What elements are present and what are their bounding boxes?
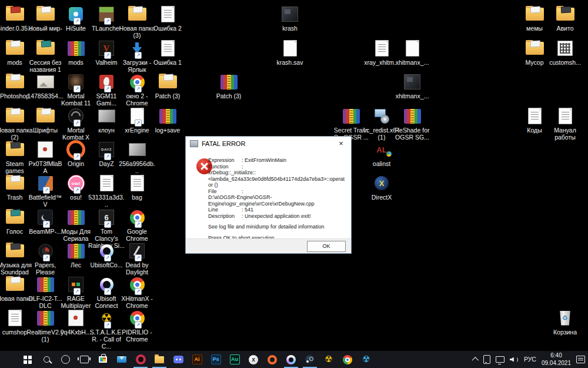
desktop-icon[interactable]: bag bbox=[119, 174, 155, 201]
folder-icon bbox=[127, 5, 147, 24]
file-icon bbox=[402, 39, 422, 58]
folder-icon bbox=[158, 72, 178, 91]
origin-icon bbox=[268, 355, 277, 364]
folder-glyph bbox=[128, 8, 146, 21]
rar-glyph bbox=[68, 41, 85, 56]
img-grey-glyph bbox=[98, 110, 115, 122]
shortcut-arrow-icon: → bbox=[104, 85, 111, 92]
message-value: : bbox=[242, 164, 345, 170]
desktop-icon[interactable]: Ошибка 2 bbox=[149, 5, 186, 32]
desktop-icon[interactable]: xhitmanx_... bbox=[394, 39, 430, 67]
taskbar-stalker-yellow-button[interactable]: ☢ bbox=[321, 351, 336, 368]
language-indicator[interactable]: РУС bbox=[524, 356, 536, 363]
taskbar-xbox-button[interactable]: x bbox=[246, 351, 261, 368]
rar-glyph bbox=[343, 109, 360, 124]
taskbar-mail-button[interactable] bbox=[114, 351, 129, 368]
tray-device-button[interactable] bbox=[483, 355, 490, 364]
txt-glyph bbox=[375, 40, 389, 57]
taskbar-stalker-blue-button[interactable]: ☢ bbox=[359, 351, 374, 368]
desktop-icon-label: Шрифты bbox=[33, 127, 58, 134]
taskbar-search-button[interactable] bbox=[39, 351, 54, 368]
desktop-icon-label: krash.sav bbox=[277, 59, 303, 67]
rar-glyph bbox=[404, 109, 421, 124]
message-label: Description bbox=[208, 213, 242, 220]
taskbar-discord-button[interactable] bbox=[171, 351, 186, 368]
desktop-icon-label: Ошибка 2 bbox=[153, 25, 182, 32]
taskbar-illustrator-button[interactable]: Ai bbox=[189, 351, 205, 368]
desktop-icon[interactable]: XDirectX bbox=[363, 174, 400, 201]
taskbar-cortana-button[interactable] bbox=[58, 351, 73, 368]
txt-icon bbox=[127, 174, 147, 193]
shortcut-arrow-icon: → bbox=[135, 254, 142, 261]
taskbar-opera-gx-button[interactable] bbox=[133, 351, 148, 368]
message-row: Line: 541 bbox=[208, 207, 345, 213]
desktop-icon[interactable]: ♻Корзина bbox=[547, 309, 583, 336]
desktop-icon[interactable]: xhitmanx_... bbox=[394, 72, 430, 100]
task-view-icon bbox=[80, 356, 89, 363]
shortcut-arrow-icon: → bbox=[74, 153, 81, 160]
folder-glyph bbox=[6, 177, 24, 190]
desktop-icon-label: HiSuite bbox=[66, 25, 86, 32]
folder-glyph bbox=[6, 110, 24, 122]
audition-icon: Au bbox=[230, 354, 240, 364]
clock[interactable]: 6:4009.04.2021 bbox=[542, 352, 571, 367]
tray-expand-button[interactable] bbox=[473, 357, 478, 362]
shortcut-arrow-icon: → bbox=[74, 18, 81, 25]
desktop-icon[interactable]: →Google Chrome bbox=[119, 208, 155, 243]
shortcut-arrow-icon: → bbox=[104, 288, 111, 295]
desktop-icon-label: xrEngine bbox=[125, 127, 149, 134]
message-value: : Unexpected application exit! bbox=[242, 213, 345, 220]
desktop-icon-label: Голос bbox=[6, 228, 23, 236]
desktop-icon[interactable]: log+save bbox=[149, 107, 186, 134]
txt-glyph bbox=[100, 175, 113, 191]
tray-volume-button[interactable] bbox=[510, 357, 519, 363]
desktop-icon[interactable]: →Dead by Daylight bbox=[119, 241, 155, 276]
tray-network-button[interactable] bbox=[496, 356, 505, 363]
desktop-icon-label: xhitmanx_... bbox=[396, 59, 429, 67]
action-center-button[interactable] bbox=[576, 356, 585, 363]
rar-glyph bbox=[68, 244, 85, 258]
taskbar-store-button[interactable] bbox=[95, 351, 111, 368]
desktop-icon[interactable]: Patch (3) bbox=[149, 72, 186, 100]
desktop-icon[interactable]: Мануал работы bbox=[547, 107, 583, 141]
desktop-icon[interactable]: ReShade for OGSR SG... bbox=[394, 107, 430, 141]
taskbar-photoshop-button[interactable]: Ps bbox=[208, 351, 223, 368]
desktop-icon[interactable]: Авито bbox=[547, 5, 583, 32]
search-icon bbox=[44, 356, 50, 363]
stalker-yellow-icon: ☢ bbox=[325, 355, 332, 364]
ok-button[interactable]: OK bbox=[307, 241, 346, 252]
desktop-icon[interactable]: customsh... bbox=[547, 39, 583, 67]
desktop-icon[interactable]: Ошибка 1 bbox=[149, 39, 186, 67]
desktop-icon[interactable]: →XHitmanX - Chrome bbox=[119, 275, 155, 310]
file-icon bbox=[280, 39, 300, 58]
desktop-icon[interactable]: Patch (3) bbox=[211, 72, 247, 100]
message-row: File: bbox=[208, 188, 345, 195]
directx-glyph: X bbox=[375, 176, 389, 190]
dialog-titlebar[interactable]: FATAL ERROR × bbox=[186, 137, 351, 150]
desktop-icon-label: krash bbox=[282, 25, 298, 32]
desktop-icon[interactable]: 256a9956db... bbox=[119, 140, 155, 175]
taskbar-origin-button[interactable] bbox=[265, 351, 280, 368]
desktop-icon[interactable]: krash bbox=[272, 5, 308, 32]
taskbar-steam-button[interactable] bbox=[302, 351, 318, 368]
rar-icon bbox=[402, 107, 422, 125]
taskbar-file-explorer-button[interactable] bbox=[152, 351, 167, 368]
img-light-glyph bbox=[37, 75, 54, 88]
desktop-icon[interactable]: →PIDRILIO - Chrome bbox=[119, 309, 155, 343]
close-icon[interactable]: × bbox=[331, 137, 351, 150]
oal-glyph: AL bbox=[376, 146, 386, 154]
rar-icon bbox=[35, 309, 55, 327]
message-line: See log file and minidump for detailed i… bbox=[208, 224, 345, 230]
taskbar-chrome-button[interactable] bbox=[340, 351, 355, 368]
folder-dark-glyph bbox=[556, 8, 574, 21]
taskbar-task-view-button[interactable] bbox=[76, 351, 92, 368]
taskbar-ubisoft-connect-button[interactable] bbox=[283, 351, 299, 368]
message-row: Description: Unexpected application exit… bbox=[208, 213, 345, 220]
desktop-icon[interactable]: krash.sav bbox=[272, 39, 308, 67]
rar-icon bbox=[219, 72, 239, 91]
file-glyph bbox=[406, 40, 419, 57]
desktop-icon[interactable]: ALoalinst bbox=[363, 140, 400, 168]
taskbar-audition-button[interactable]: Au bbox=[227, 351, 242, 368]
rar-glyph bbox=[159, 109, 176, 124]
taskbar-start-button[interactable] bbox=[20, 351, 35, 368]
